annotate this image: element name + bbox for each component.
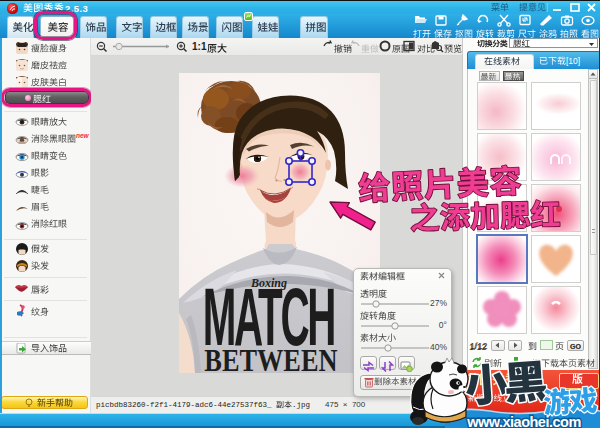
svg-text:1:1: 1:1 [192, 41, 207, 52]
svg-text:BETWEEN: BETWEEN [204, 343, 337, 373]
